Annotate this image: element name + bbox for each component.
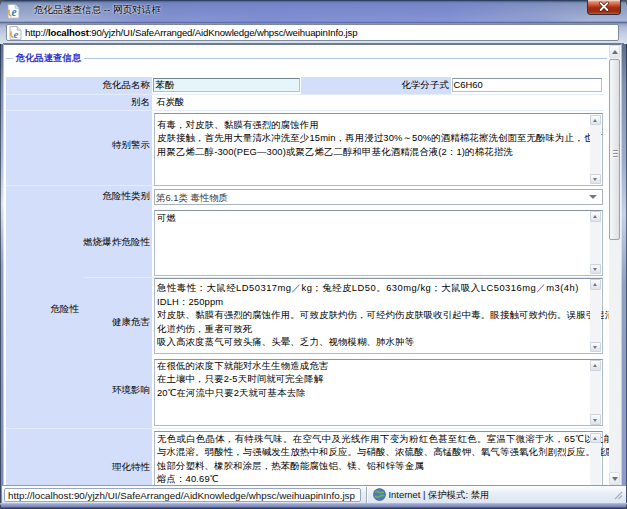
- svg-text:e: e: [14, 28, 19, 40]
- svg-text:e: e: [11, 6, 16, 18]
